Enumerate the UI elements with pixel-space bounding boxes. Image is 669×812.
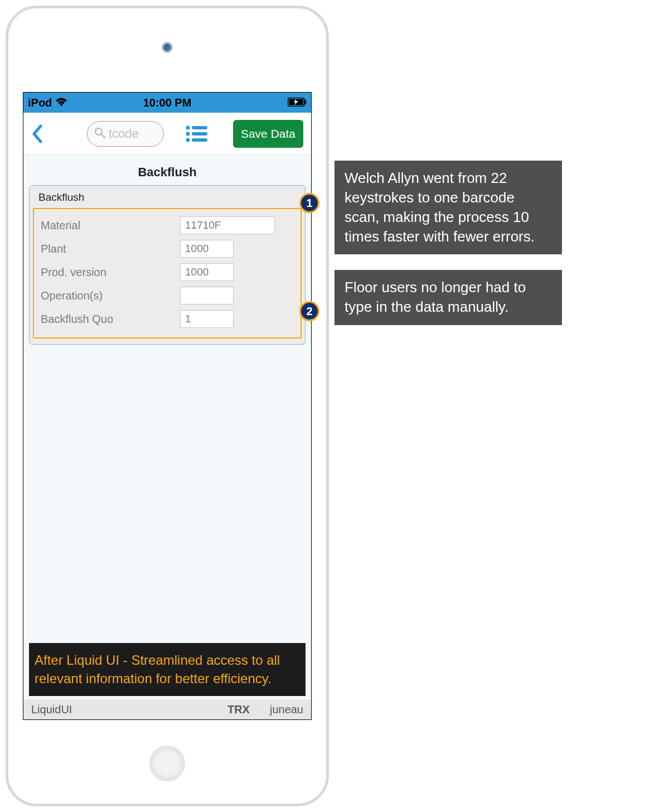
wifi-icon [55, 96, 67, 109]
svg-rect-11 [192, 138, 207, 142]
camera-icon [162, 42, 173, 53]
app-toolbar: Save Data [23, 113, 311, 155]
list-menu-icon[interactable] [185, 125, 207, 143]
svg-rect-9 [192, 132, 207, 136]
carrier-label: iPod [28, 96, 52, 109]
annotation-bubble-2: 2 [299, 301, 319, 321]
tcode-input[interactable] [109, 127, 153, 141]
search-input-wrap[interactable] [87, 121, 164, 147]
svg-line-5 [101, 134, 105, 138]
panel-legend: Backflush [33, 189, 302, 208]
operations-input[interactable] [180, 287, 234, 304]
prodver-label: Prod. version [41, 266, 180, 279]
svg-point-10 [186, 138, 190, 142]
field-row-prodver: Prod. version [41, 260, 294, 284]
operations-label: Operation(s) [41, 289, 180, 302]
annotation-note-1: Welch Allyn went from 22 keystrokes to o… [334, 161, 562, 254]
svg-rect-7 [192, 126, 207, 129]
footer-left: LiquidUI [31, 703, 72, 716]
battery-icon [288, 96, 307, 109]
backflushquo-input[interactable] [180, 310, 234, 328]
plant-input[interactable] [180, 240, 234, 258]
content-area: Backflush Backflush Material Plant Prod.… [23, 155, 311, 719]
screen: iPod 10:00 PM [23, 92, 312, 720]
svg-point-8 [186, 132, 190, 136]
caption-overlay: After Liquid UI - Streamlined access to … [29, 643, 306, 696]
backflush-panel: Backflush Material Plant Prod. version [29, 185, 306, 345]
svg-point-0 [60, 104, 62, 106]
backflushquo-label: Backflush Quo [41, 313, 180, 326]
status-bar: iPod 10:00 PM [23, 93, 311, 113]
field-row-material: Material [41, 214, 294, 237]
save-data-button[interactable]: Save Data [233, 120, 303, 148]
material-label: Material [41, 219, 180, 232]
search-icon [94, 127, 105, 141]
material-input[interactable] [180, 216, 275, 234]
back-button[interactable] [31, 124, 43, 144]
footer-bar: LiquidUI TRX juneau [23, 699, 311, 719]
field-row-backflush-quo: Backflush Quo [41, 307, 294, 331]
plant-label: Plant [41, 243, 180, 255]
annotation-note-2: Floor users no longer had to type in the… [334, 270, 562, 325]
footer-right: juneau [270, 703, 303, 716]
device-frame: iPod 10:00 PM [6, 6, 329, 806]
annotation-bubble-1: 1 [299, 193, 319, 213]
page-title: Backflush [23, 165, 311, 180]
prodver-input[interactable] [180, 263, 234, 281]
svg-point-6 [186, 125, 190, 129]
field-row-plant: Plant [41, 237, 294, 260]
side-notes: Welch Allyn went from 22 keystrokes to o… [334, 161, 658, 341]
footer-center: TRX [227, 703, 250, 716]
fields-highlight-box: Material Plant Prod. version Operation(s… [33, 208, 302, 339]
field-row-operations: Operation(s) [41, 284, 294, 307]
svg-rect-2 [304, 100, 306, 104]
home-button[interactable] [149, 746, 185, 781]
